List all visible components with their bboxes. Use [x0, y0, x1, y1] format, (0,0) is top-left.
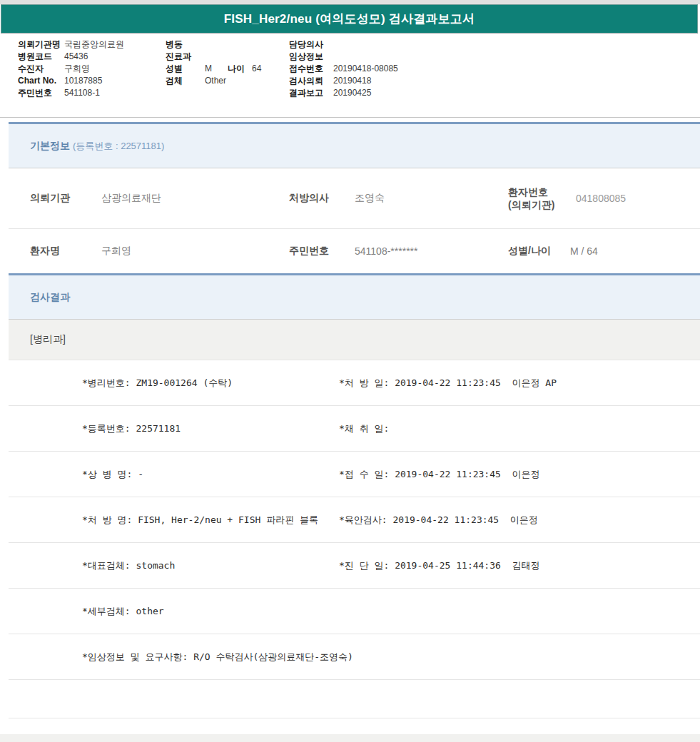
basic-info-row-1: 의뢰기관 삼광의료재단 처방의사 조영숙 환자번호 (의뢰기관) 0418080…	[9, 168, 700, 228]
value-patient-no: 041808085	[576, 193, 626, 204]
label-requesting-org: 의뢰기관	[30, 192, 70, 205]
detail-row-clinical-info-request: *임상정보 및 요구사항: R/O 수탁검사(삼광의료재단-조영숙)	[9, 634, 700, 679]
results-section-header: 검사결과	[9, 273, 700, 319]
empty-row	[9, 680, 700, 718]
label-prescribing-doctor: 처방의사	[289, 192, 329, 205]
patient-header-left-column: 의뢰기관명 국립중앙의료원 병원코드 45436 수진자 구희영 Chart N…	[18, 39, 164, 99]
header-divider	[0, 117, 700, 118]
divider	[9, 718, 700, 718]
bottom-bar	[0, 734, 700, 742]
report-page: FISH_Her2/neu (여의도성모) 검사결과보고서 의뢰기관명 국립중앙…	[0, 0, 700, 742]
report-body: 기본정보 (등록번호 : 22571181) 의뢰기관 삼광의료재단 처방의사 …	[9, 122, 700, 718]
report-title: FISH_Her2/neu (여의도성모) 검사결과보고서	[224, 11, 475, 27]
field-department: 진료과	[166, 51, 287, 63]
department-label: [병리과]	[30, 333, 66, 346]
label-sex-age: 성별/나이	[508, 245, 551, 258]
value-patient-name: 구희영	[101, 245, 131, 258]
basic-info-row-2: 환자명 구희영 주민번호 541108-******* 성별/나이 M / 64	[9, 229, 700, 273]
label-resident-no: 주민번호	[289, 245, 329, 258]
field-test-request-date: 검사의뢰 20190418	[289, 75, 517, 87]
detail-row-primary-specimen: *대표검체: stomach *진 단 일: 2019-04-25 11:44:…	[9, 543, 700, 588]
label-patient-no: 환자번호 (의뢰기관)	[508, 186, 554, 211]
value-sex-age: M / 64	[570, 245, 598, 257]
detail-row-sub-specimen: *세부검체: other	[9, 589, 700, 634]
value-resident-no: 541108-*******	[355, 245, 417, 257]
field-hospital-code: 병원코드 45436	[18, 51, 164, 63]
detail-row-registration-no: *등록번호: 22571181 *채 취 일:	[9, 406, 700, 451]
detail-row-prescription-name: *처 방 명: FISH, Her-2/neu + FISH 파라핀 블록 *육…	[9, 497, 700, 542]
report-title-bar: FISH_Her2/neu (여의도성모) 검사결과보고서	[1, 4, 698, 34]
label-patient-name: 환자명	[30, 245, 60, 258]
field-examinee: 수진자 구희영	[18, 63, 164, 75]
basic-info-registration-no: (등록번호 : 22571181)	[73, 140, 164, 153]
field-receipt-no: 접수번호 20190418-08085	[289, 63, 517, 75]
field-chart-no: Chart No. 10187885	[18, 75, 164, 87]
field-sex-age: 성별 M 나이 64	[166, 63, 287, 75]
basic-info-section-header: 기본정보 (등록번호 : 22571181)	[9, 122, 700, 168]
field-specimen: 검체 Other	[166, 75, 287, 87]
department-row: [병리과]	[9, 320, 700, 360]
results-section-title: 검사결과	[30, 291, 70, 304]
value-prescribing-doctor: 조영숙	[355, 192, 385, 205]
patient-header: 의뢰기관명 국립중앙의료원 병원코드 45436 수진자 구희영 Chart N…	[0, 34, 700, 117]
patient-header-right-column: 담당의사 임상정보 접수번호 20190418-08085 검사의뢰 20190…	[289, 39, 517, 99]
patient-header-middle-column: 병동 진료과 성별 M 나이 64 검체 Other	[166, 39, 287, 87]
field-ward: 병동	[166, 39, 287, 51]
value-requesting-org: 삼광의료재단	[101, 192, 161, 205]
field-attending-doctor: 담당의사	[289, 39, 517, 51]
detail-row-pathology-no: *병리번호: ZM19-001264 (수탁) *처 방 일: 2019-04-…	[9, 360, 700, 405]
basic-info-section-title: 기본정보	[30, 140, 70, 153]
field-requesting-org: 의뢰기관명 국립중앙의료원	[18, 39, 164, 51]
field-clinical-info: 임상정보	[289, 51, 517, 63]
field-resident-no: 주민번호 541108-1	[18, 87, 164, 99]
field-result-report-date: 결과보고 20190425	[289, 87, 517, 99]
detail-row-diagnosis-name: *상 병 명: - *접 수 일: 2019-04-22 11:23:45 이은…	[9, 452, 700, 497]
